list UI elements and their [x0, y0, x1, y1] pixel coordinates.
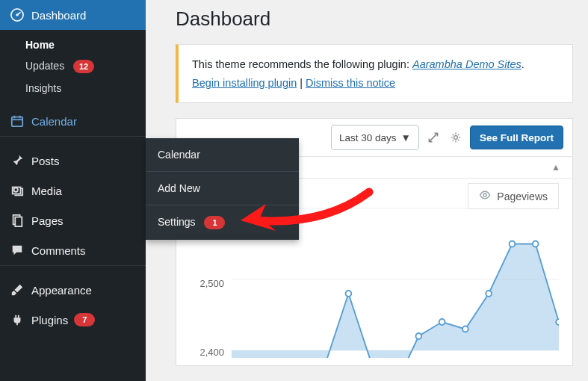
begin-install-link[interactable]: Begin installing plugin [192, 77, 297, 89]
svg-rect-2 [12, 117, 22, 127]
sidebar-label: Calendar [31, 115, 77, 128]
legend-label: Pageviews [497, 190, 548, 202]
svg-point-19 [346, 291, 352, 297]
sidebar-item-plugins[interactable]: Plugins 7 [0, 305, 146, 335]
pin-icon [9, 154, 25, 167]
notice-period: . [522, 58, 524, 70]
svg-point-23 [439, 319, 445, 325]
sidebar-label: Media [31, 185, 62, 197]
sidebar-item-pages[interactable]: Pages [0, 205, 146, 235]
pages-icon [9, 214, 25, 227]
dashboard-icon [9, 8, 25, 22]
sidebar-sub-updates[interactable]: Updates 12 [9, 55, 146, 78]
link-separator: | [297, 77, 306, 89]
svg-point-22 [415, 333, 421, 339]
plug-icon [9, 313, 25, 326]
sidebar-sub-label: Updates [25, 60, 64, 72]
notice-text: This theme recommends the following plug… [192, 58, 412, 70]
chevron-down-icon: ▼ [401, 132, 411, 143]
svg-point-26 [510, 241, 516, 247]
notice-plugin-link[interactable]: Aarambha Demo Sites [412, 58, 522, 70]
svg-point-25 [486, 291, 492, 297]
sidebar-item-comments[interactable]: Comments [0, 235, 146, 265]
svg-point-24 [462, 326, 468, 332]
sidebar-item-dashboard[interactable]: Dashboard [0, 0, 146, 30]
brush-icon [9, 283, 25, 297]
chart-legend: Pageviews [468, 183, 559, 209]
sidebar-label: Plugins [31, 314, 68, 326]
admin-sidebar: Dashboard Home Updates 12 Insights Calen… [0, 0, 146, 381]
see-full-report-button[interactable]: See Full Report [470, 126, 563, 149]
sidebar-label: Dashboard [31, 9, 86, 22]
svg-point-27 [533, 241, 539, 247]
sidebar-item-appearance[interactable]: Appearance [0, 275, 146, 305]
collapse-up-icon: ▲ [551, 162, 560, 173]
date-range-select[interactable]: Last 30 days ▼ [331, 125, 419, 150]
sidebar-label: Comments [31, 244, 86, 257]
flyout-item-add-new[interactable]: Add New [146, 172, 299, 205]
sidebar-sub-insights[interactable]: Insights [9, 78, 146, 99]
page-title: Dashboard [176, 7, 573, 31]
sidebar-item-posts[interactable]: Posts [0, 146, 146, 176]
svg-point-28 [556, 319, 559, 325]
sidebar-label: Appearance [31, 284, 92, 297]
calendar-flyout: Calendar Add New Settings 1 [146, 138, 299, 240]
svg-rect-9 [15, 217, 22, 227]
svg-point-29 [483, 193, 486, 196]
svg-point-7 [14, 188, 18, 191]
plugin-notice: This theme recommends the following plug… [176, 44, 573, 103]
sidebar-submenu-dashboard: Home Updates 12 Insights [0, 30, 146, 106]
sidebar-item-calendar[interactable]: Calendar [0, 106, 146, 136]
comments-icon [9, 244, 25, 257]
dismiss-link[interactable]: Dismiss this notice [306, 77, 395, 89]
date-range-label: Last 30 days [339, 132, 397, 143]
svg-point-1 [16, 13, 19, 16]
sidebar-item-media[interactable]: Media [0, 176, 146, 205]
media-icon [9, 184, 25, 197]
sidebar-label: Pages [31, 214, 64, 227]
plugins-badge: 7 [74, 313, 95, 326]
sidebar-separator [0, 265, 146, 275]
y-tick: 2,500 [190, 278, 224, 289]
eye-icon [479, 189, 491, 203]
sidebar-sub-home[interactable]: Home [9, 34, 146, 55]
flyout-label: Settings [158, 216, 196, 228]
expand-icon[interactable] [425, 129, 442, 146]
calendar-icon [9, 114, 25, 128]
gear-icon[interactable] [448, 129, 464, 146]
sidebar-separator [0, 136, 146, 146]
updates-badge: 12 [73, 60, 94, 73]
settings-badge: 1 [204, 216, 225, 229]
y-tick: 2,400 [190, 347, 224, 358]
sidebar-label: Posts [31, 155, 60, 167]
flyout-item-calendar[interactable]: Calendar [146, 138, 299, 172]
flyout-item-settings[interactable]: Settings 1 [146, 205, 299, 240]
svg-point-10 [454, 136, 458, 140]
